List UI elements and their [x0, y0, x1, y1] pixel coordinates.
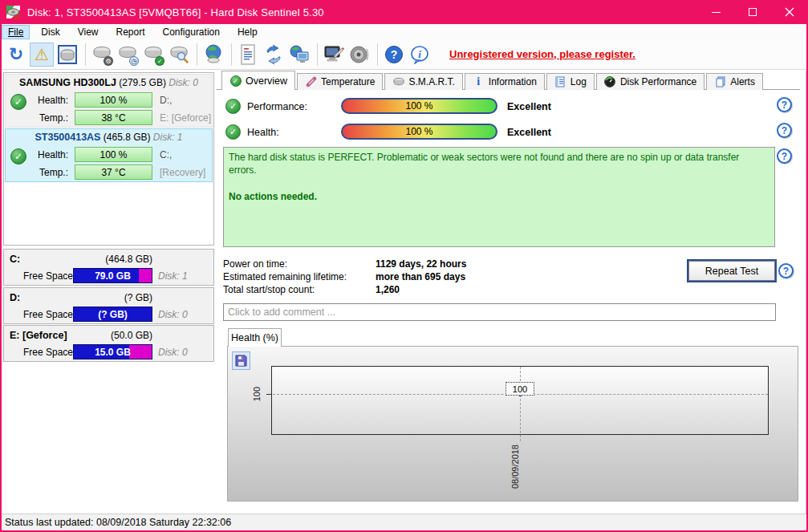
- partition-label: C:: [10, 254, 20, 265]
- disk-size: (279.5 GB): [119, 77, 166, 88]
- partition-entry-e[interactable]: E: [Geforce] (50.0 GB) Free Space 15.0 G…: [3, 325, 214, 362]
- data-point-label: 100: [506, 382, 534, 396]
- comment-input[interactable]: [223, 303, 776, 321]
- health-bar: 100 %: [75, 147, 152, 162]
- status-message: The hard disk status is PERFECT. Problem…: [229, 151, 769, 177]
- y-axis-tick-label: 100: [252, 379, 262, 409]
- performance-help-icon[interactable]: ?: [777, 97, 792, 112]
- menu-help-label: Help: [238, 26, 258, 38]
- stat-value: 1,260: [376, 284, 400, 295]
- repeat-test-button[interactable]: Repeat Test: [688, 261, 775, 281]
- desktop-edit-icon[interactable]: [322, 43, 346, 67]
- app-window: Disk: 1, ST3500413AS [5VMQBT66] - Hard D…: [0, 0, 808, 532]
- disk-partitions-2: E: [Geforce]: [160, 112, 211, 124]
- tab-label: Disk Performance: [620, 76, 696, 87]
- main-panel: ✓ Overview Temperature S.M.A.R.T. i Info…: [217, 71, 806, 514]
- performance-label: Performance:: [247, 101, 307, 112]
- health-chart: 100 100 08/09/2018: [227, 346, 798, 502]
- temp-bar: 38 °C: [75, 110, 152, 125]
- tab-alerts[interactable]: Alerts: [706, 73, 763, 90]
- tab-disk-performance[interactable]: Disk Performance: [596, 73, 704, 90]
- stat-value: more than 695 days: [376, 271, 465, 282]
- gauge-icon: [604, 76, 616, 88]
- disk-search-icon[interactable]: [167, 43, 191, 67]
- free-space-value: (? GB): [74, 309, 152, 320]
- health-label: Health:: [247, 127, 279, 138]
- tab-overview[interactable]: ✓ Overview: [221, 71, 295, 90]
- disk-title: ST3500413AS (465.8 GB) Disk: 1: [6, 132, 212, 143]
- sound-icon[interactable]: [347, 43, 372, 67]
- unregistered-link[interactable]: Unregistered version, please register.: [449, 48, 635, 60]
- tab-temperature[interactable]: Temperature: [297, 73, 383, 90]
- report-icon[interactable]: [236, 43, 260, 67]
- disk-schedule-icon[interactable]: ◷: [116, 43, 140, 67]
- free-space-bar: (? GB): [73, 307, 152, 322]
- health-value: 100 %: [99, 95, 127, 106]
- disk-name: ST3500413AS: [35, 132, 100, 143]
- disk-number: Disk: 1: [153, 132, 183, 143]
- repeat-test-label: Repeat Test: [705, 266, 758, 277]
- status-help-icon[interactable]: ?: [777, 148, 792, 164]
- performance-ok-icon: ✓: [225, 99, 241, 114]
- menu-view[interactable]: View: [71, 25, 105, 39]
- menu-disk-label: Disk: [41, 26, 59, 38]
- repeat-test-help-icon[interactable]: ?: [778, 263, 794, 278]
- disk-entry-1-selected[interactable]: ST3500413AS (465.8 GB) Disk: 1 ✓ Health:…: [5, 128, 213, 182]
- disk-panel-icon[interactable]: [55, 43, 79, 67]
- menu-file[interactable]: File: [2, 25, 30, 39]
- disk-test-ok-icon[interactable]: ✓: [141, 43, 165, 67]
- alerts-pages-icon: [714, 76, 726, 88]
- health-bar: 100 %: [75, 92, 152, 108]
- close-button[interactable]: [771, 0, 808, 24]
- tab-log[interactable]: Log: [546, 73, 595, 90]
- temp-bar: 37 °C: [75, 164, 152, 180]
- save-chart-button[interactable]: [232, 351, 250, 370]
- menu-report[interactable]: Report: [109, 25, 151, 39]
- free-space-value: 15.0 GB: [74, 347, 152, 358]
- disk-entry-0[interactable]: SAMSUNG HD300LJ (279.5 GB) Disk: 0 ✓ Hea…: [5, 74, 213, 128]
- menu-report-label: Report: [116, 26, 144, 38]
- tab-label: S.M.A.R.T.: [408, 76, 454, 87]
- health-help-icon[interactable]: ?: [777, 123, 792, 138]
- free-space-label: Free Space: [23, 270, 73, 282]
- refresh-icon[interactable]: ↻: [4, 43, 28, 67]
- y-axis-tick-mark: [266, 394, 272, 395]
- free-space-value: 79.0 GB: [74, 270, 152, 282]
- stat-label: Total start/stop count:: [223, 284, 315, 295]
- help-icon[interactable]: ?: [382, 43, 406, 67]
- network-computer-icon[interactable]: [287, 43, 311, 67]
- menu-help[interactable]: Help: [231, 25, 264, 39]
- maximize-button[interactable]: [734, 0, 771, 24]
- window-title: Disk: 1, ST3500413AS [5VMQBT66] - Hard D…: [27, 6, 324, 18]
- disk-title: SAMSUNG HD300LJ (279.5 GB) Disk: 0: [6, 77, 212, 88]
- chart-tab-health[interactable]: Health (%): [228, 328, 282, 347]
- online-disk-icon[interactable]: [201, 43, 225, 67]
- partition-entry-c[interactable]: C: (464.8 GB) Free Space 79.0 GB Disk: 1: [3, 249, 214, 286]
- free-space-bar: 15.0 GB: [73, 344, 152, 359]
- disk-number: Disk: 0: [169, 77, 198, 88]
- temp-value: 38 °C: [101, 112, 125, 124]
- minimize-icon: [712, 12, 721, 13]
- menu-configuration-label: Configuration: [163, 26, 220, 38]
- tab-information[interactable]: i Information: [465, 73, 545, 90]
- disk-icon: [392, 76, 404, 88]
- minimize-button[interactable]: [697, 0, 734, 24]
- temp-value: 37 °C: [101, 167, 125, 178]
- menu-disk[interactable]: Disk: [35, 25, 66, 39]
- toolbar: ↻ ⚠ ⚙ ◷: [2, 40, 806, 70]
- performance-rating: Excellent: [507, 101, 551, 112]
- stat-label: Power on time:: [223, 258, 287, 270]
- menu-configuration[interactable]: Configuration: [156, 25, 226, 39]
- health-label: Health:: [30, 149, 68, 160]
- warning-alerts-icon[interactable]: ⚠: [30, 43, 54, 67]
- partition-size: (464.8 GB): [73, 254, 152, 265]
- disk-eject-icon[interactable]: ⚙: [90, 43, 114, 67]
- information-icon[interactable]: i: [408, 43, 432, 67]
- tab-smart[interactable]: S.M.A.R.T.: [384, 73, 462, 90]
- sync-icon[interactable]: [262, 43, 286, 67]
- partition-entry-d[interactable]: D: (? GB) Free Space (? GB) Disk: 0: [3, 287, 214, 324]
- tab-label: Alerts: [730, 76, 755, 87]
- health-value: 100 %: [405, 126, 432, 137]
- temp-label: Temp.:: [30, 112, 68, 124]
- status-bar: Status last updated: 08/09/2018 Saturday…: [2, 514, 806, 530]
